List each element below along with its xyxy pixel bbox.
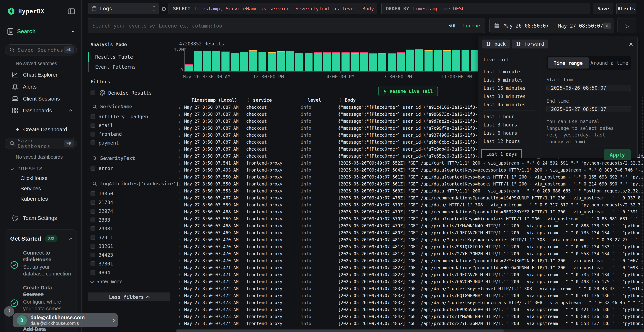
expand-row-icon[interactable] — [176, 147, 184, 152]
histogram-bar[interactable] — [416, 49, 424, 71]
table-row[interactable]: May 27 8:50:07.473 AMfrontend-proxyinfo[… — [176, 306, 644, 313]
filter-checkbox[interactable] — [90, 261, 95, 266]
filter-checkbox[interactable] — [90, 123, 95, 128]
histogram-bar[interactable] — [434, 49, 442, 71]
expand-row-icon[interactable] — [176, 293, 184, 298]
table-row[interactable]: May 27 8:50:07.472 AMfrontend-proxyinfo[… — [176, 292, 644, 299]
quick-range-last-1-days[interactable]: Last 1 days — [482, 149, 522, 158]
close-icon[interactable]: × — [629, 40, 633, 48]
histogram-bar[interactable] — [424, 49, 432, 71]
user-menu[interactable]: D dale@clickhouse.com dale@clickhouse.co… — [13, 314, 118, 327]
source-settings-gear-icon[interactable]: ⚙ — [162, 4, 166, 13]
tab-time-range[interactable]: Time range — [548, 58, 589, 68]
horizontal-scrollbar[interactable] — [176, 330, 644, 332]
quick-range-last-12-hours[interactable]: Last 12 hours — [484, 137, 540, 146]
filter-value-row[interactable]: 37801 — [88, 260, 170, 268]
quick-range-last-6-hours[interactable]: Last 6 hours — [484, 129, 540, 137]
filter-checkbox[interactable] — [90, 140, 95, 145]
histogram-bar[interactable] — [268, 49, 276, 71]
table-row[interactable]: May 27 8:50:07.541 AMfrontend-proxyinfo[… — [176, 160, 644, 166]
table-row[interactable]: May 27 8:50:07.474 AMfrontend-proxyinfo[… — [176, 320, 644, 327]
filter-checkbox[interactable] — [90, 252, 95, 258]
expand-row-icon[interactable] — [176, 168, 184, 172]
histogram-bar[interactable] — [443, 49, 451, 71]
table-row[interactable]: May 27 8:50:07.470 AMfrontend-proxyinfo[… — [176, 243, 644, 250]
table-row[interactable]: May 27 8:50:07.553 AMfrontend-proxyinfo[… — [176, 188, 644, 194]
histogram-bar[interactable] — [295, 49, 304, 71]
expand-row-icon[interactable] — [176, 321, 184, 326]
histogram-bar[interactable] — [406, 49, 414, 71]
chevron-up-icon[interactable] — [72, 30, 74, 34]
histogram-bar[interactable] — [194, 49, 202, 71]
column-drag-handle-icon[interactable]: ⋮ — [246, 98, 250, 102]
expand-row-icon[interactable] — [176, 174, 184, 180]
table-row[interactable]: May 27 8:50:07.468 AMfrontend-proxyinfo[… — [176, 208, 644, 215]
quick-range-last-15-minutes[interactable]: Last 15 minutes — [484, 84, 540, 92]
sidebar-item-preset[interactable]: Services — [5, 183, 77, 194]
sidebar-collapse-icon[interactable] — [68, 8, 75, 14]
expand-row-icon[interactable] — [176, 251, 184, 256]
expand-row-icon[interactable] — [176, 307, 184, 312]
filter-checkbox[interactable] — [90, 209, 95, 214]
save-button[interactable]: Save — [594, 3, 613, 14]
quick-range-last-5-minutes[interactable]: Last 5 minutes — [484, 76, 540, 84]
sidebar-item-search[interactable]: Search — [0, 24, 82, 39]
histogram-bar[interactable] — [323, 49, 331, 71]
table-row[interactable]: May 27 8:50:07.470 AMfrontend-proxyinfo[… — [176, 257, 644, 264]
apply-button[interactable]: Apply — [604, 149, 631, 160]
sidebar-item-chart-explorer[interactable]: Chart Explorer — [5, 69, 77, 81]
filter-checkbox[interactable] — [90, 114, 95, 119]
expand-row-icon[interactable] — [176, 279, 184, 284]
analysis-mode-option[interactable]: Results Table — [88, 52, 170, 62]
table-row[interactable]: May 27 8:50:07.470 AMfrontend-proxyinfo[… — [176, 250, 644, 257]
less-filters-button[interactable]: Less filters — [88, 292, 170, 302]
expand-row-icon[interactable] — [176, 258, 184, 263]
column-header-timestamp[interactable]: Timestamp (Local) — [184, 98, 239, 103]
alerts-button[interactable]: Alerts — [616, 3, 636, 14]
event-search-input[interactable] — [92, 23, 448, 29]
filter-checkbox[interactable] — [90, 132, 95, 136]
expand-row-icon[interactable] — [176, 216, 184, 222]
filter-value-row[interactable]: 33261 — [88, 242, 170, 250]
expand-row-icon[interactable] — [176, 126, 184, 131]
tab-around-a-time[interactable]: Around a time — [589, 58, 630, 68]
filter-checkbox[interactable] — [90, 244, 95, 249]
histogram-plot[interactable] — [184, 49, 479, 72]
table-row[interactable]: May 27 8:50:07.471 AMfrontend-proxyinfo[… — [176, 264, 644, 271]
resume-live-tail-button[interactable]: Resume Live Tail — [378, 86, 438, 96]
date-range-input[interactable]: May 26 08:50:07 - May 27 08:50:07 d — [490, 18, 614, 33]
histogram-bar[interactable] — [203, 49, 211, 71]
histogram-bar[interactable] — [240, 49, 248, 71]
filter-checkbox[interactable] — [90, 270, 95, 275]
histogram-bar[interactable] — [351, 49, 359, 71]
filter-checkbox[interactable] — [90, 235, 95, 240]
histogram-bar[interactable] — [471, 49, 479, 71]
expand-row-icon[interactable] — [176, 272, 184, 277]
create-dashboard-button[interactable]: + Create Dashboard — [5, 124, 77, 138]
table-row[interactable]: May 27 8:50:07.473 AMfrontend-proxyinfo[… — [176, 313, 644, 320]
table-row[interactable]: May 27 8:50:07.559 AMfrontend-proxyinfo[… — [176, 202, 644, 208]
histogram-bar[interactable] — [231, 49, 239, 71]
histogram-bar[interactable] — [184, 49, 193, 71]
expand-row-icon[interactable] — [176, 224, 184, 228]
histogram-bar[interactable] — [332, 49, 340, 71]
sidebar-item-preset[interactable]: ClickHouse — [5, 173, 77, 183]
column-drag-handle-icon[interactable]: ⋮ — [301, 98, 305, 102]
quick-range-last-3-hours[interactable]: Last 3 hours — [484, 121, 540, 129]
expand-row-icon[interactable] — [176, 105, 184, 110]
histogram-bar[interactable] — [360, 49, 368, 71]
quick-range-last-1-hour[interactable]: Last 1 hour — [484, 112, 540, 121]
shift-back-button[interactable]: 1h back — [482, 40, 510, 48]
expand-row-icon[interactable] — [176, 265, 184, 270]
expand-row-icon[interactable] — [176, 314, 184, 319]
filter-value-row[interactable]: 21734 — [88, 198, 170, 207]
event-search-box[interactable]: SQL|Lucene — [88, 18, 485, 33]
histogram-bar[interactable] — [249, 49, 257, 71]
show-more-button[interactable]: Show more — [88, 277, 170, 284]
lang-sql-toggle[interactable]: SQL — [448, 23, 457, 28]
select-clause-input[interactable]: SELECT Timestamp, ServiceName as service… — [168, 3, 377, 14]
filter-value-row[interactable]: email — [88, 121, 170, 130]
expand-row-icon[interactable] — [176, 230, 184, 236]
histogram-bar[interactable] — [369, 49, 377, 71]
expand-row-icon[interactable] — [176, 119, 184, 124]
